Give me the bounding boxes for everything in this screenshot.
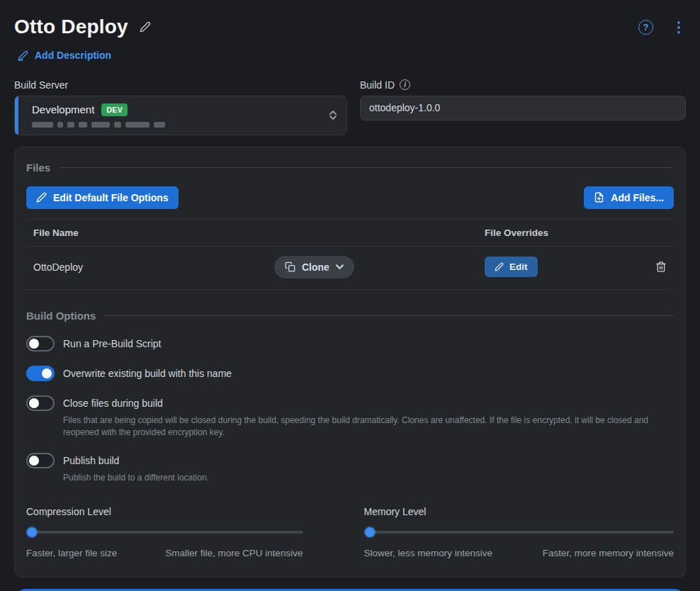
chevron-down-icon (336, 264, 344, 269)
col-file-overrides: File Overrides (485, 227, 638, 238)
toggle-label: Run a Pre-Build Script (63, 338, 162, 349)
server-accent-bar (15, 96, 18, 135)
memory-level-slider[interactable] (364, 527, 674, 537)
col-file-name: File Name (33, 227, 274, 238)
edit-default-file-options-button[interactable]: Edit Default File Options (26, 186, 179, 209)
add-description-button[interactable]: Add Description (18, 50, 111, 61)
clone-dropdown-button[interactable]: Clone (274, 256, 354, 278)
edit-title-icon[interactable] (140, 21, 151, 33)
slider-right-hint: Faster, more memory intensive (543, 548, 674, 558)
files-section-header: Files (26, 162, 674, 174)
files-section-title: Files (26, 162, 50, 174)
edit-icon (36, 192, 47, 203)
toggle-row-publish-build: Publish build Publish the build to a dif… (26, 453, 674, 484)
toggle-label: Publish build (63, 455, 119, 466)
page-title: Otto Deploy (14, 16, 128, 38)
build-card: Files Edit Default File Options Add File… (14, 147, 686, 578)
page-header: Otto Deploy ? ⋮ (14, 16, 686, 38)
memory-level-label: Memory Level (364, 506, 674, 517)
build-id-label: Build ID i (360, 79, 686, 91)
section-rule (106, 315, 674, 316)
close-files-toggle[interactable] (26, 395, 55, 411)
sliders-row: Compression Level Faster, larger file si… (26, 506, 674, 558)
select-updown-icon (329, 111, 337, 120)
toggle-row-overwrite-build: Overwrite existing build with this name (26, 366, 674, 381)
build-id-input[interactable] (360, 96, 686, 120)
build-options-section-header: Build Options (26, 310, 674, 322)
delete-file-button[interactable] (655, 261, 667, 273)
toggle-description: Publish the build to a different locatio… (63, 472, 674, 484)
clone-icon (285, 261, 295, 272)
build-server-select[interactable]: Development DEV (14, 96, 347, 135)
more-vertical-icon[interactable]: ⋮ (672, 20, 686, 34)
build-options-section-title: Build Options (26, 310, 96, 322)
compression-level-slider[interactable] (26, 527, 303, 537)
slider-left-hint: Faster, larger file size (26, 548, 117, 558)
publish-build-toggle[interactable] (26, 453, 55, 468)
file-name: OttoDeploy (33, 261, 274, 273)
add-description-label: Add Description (35, 50, 111, 61)
slider-thumb[interactable] (27, 527, 37, 537)
prebuild-script-toggle[interactable] (26, 336, 55, 351)
compression-level-group: Compression Level Faster, larger file si… (26, 506, 303, 558)
overwrite-build-toggle[interactable] (26, 366, 55, 381)
toggle-row-close-files: Close files during build Files that are … (26, 395, 674, 439)
section-rule (60, 167, 674, 168)
memory-level-group: Memory Level Slower, less memory intensi… (364, 506, 674, 558)
toggle-label: Overwrite existing build with this name (63, 368, 232, 379)
toggle-row-prebuild-script: Run a Pre-Build Script (26, 336, 674, 351)
edit-icon (495, 262, 504, 271)
slider-left-hint: Slower, less memory intensive (364, 548, 493, 558)
info-icon[interactable]: i (400, 79, 410, 90)
files-table-header: File Name File Overrides (26, 219, 674, 247)
table-row: OttoDeploy Clone Edit (26, 247, 674, 290)
trash-icon (655, 261, 667, 273)
slider-thumb[interactable] (365, 527, 375, 537)
slider-track (26, 531, 303, 534)
build-config-row: Build Server Development DEV Build ID i (14, 79, 686, 135)
slider-track (364, 531, 674, 534)
help-icon[interactable]: ? (638, 20, 653, 35)
dev-badge: DEV (101, 103, 128, 116)
selected-server-name: Development (32, 103, 94, 116)
build-server-label: Build Server (14, 79, 347, 91)
redacted-server-subtitle (32, 122, 329, 128)
add-files-button[interactable]: Add Files... (584, 186, 674, 209)
slider-right-hint: Smaller file, more CPU intensive (165, 548, 303, 558)
compression-level-label: Compression Level (26, 506, 303, 517)
edit-overrides-button[interactable]: Edit (485, 257, 538, 277)
toggle-description: Files that are being copied will be clos… (63, 415, 674, 439)
toggle-label: Close files during build (63, 398, 163, 409)
file-plus-icon (594, 192, 604, 203)
edit-icon (18, 50, 28, 61)
